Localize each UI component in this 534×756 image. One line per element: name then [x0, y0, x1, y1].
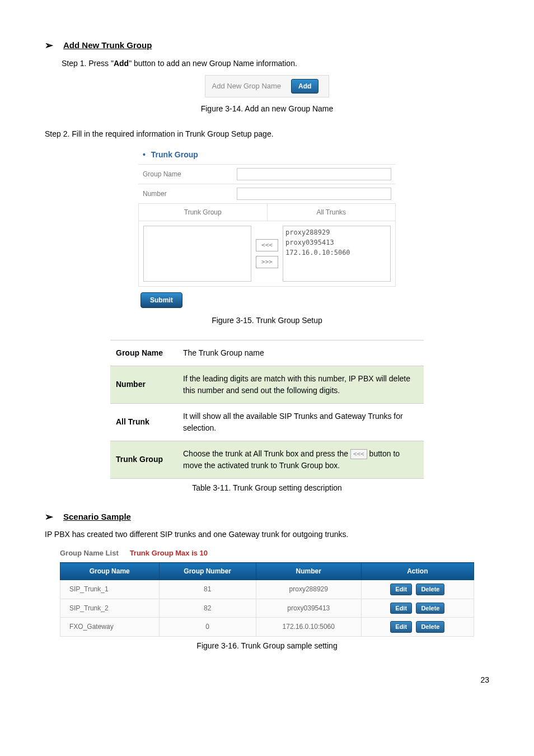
- number-label: Number: [143, 189, 232, 199]
- figure-caption-316: Figure 3-16. Trunk Group sample setting: [45, 640, 489, 652]
- move-left-button[interactable]: <<<: [256, 239, 278, 251]
- bullet-icon: •: [143, 150, 146, 159]
- edit-button[interactable]: Edit: [390, 603, 412, 614]
- edit-button[interactable]: Edit: [390, 584, 412, 595]
- cell-action: Edit Delete: [361, 580, 474, 599]
- submit-button[interactable]: Submit: [140, 292, 182, 308]
- all-trunks-col-header: All Trunks: [268, 204, 396, 221]
- group-name-input[interactable]: [237, 168, 391, 180]
- panel-title: • Trunk Group: [138, 146, 396, 164]
- col-header-name: Group Name: [60, 563, 160, 580]
- page-number: 23: [45, 674, 489, 686]
- cell-number: 172.16.0.10:5060: [256, 618, 361, 637]
- number-input[interactable]: [237, 188, 391, 200]
- col-header-action: Action: [361, 563, 474, 580]
- trunk-group-col-header: Trunk Group: [139, 204, 268, 221]
- figure-caption-315: Figure 3-15. Trunk Group Setup: [45, 315, 489, 326]
- bullet-arrow-icon: ➢: [45, 40, 53, 50]
- section-heading: ➢ Add New Trunk Group: [45, 39, 489, 52]
- description-table: Group Name The Trunk Group name Number I…: [110, 340, 424, 479]
- cell-action: Edit Delete: [361, 618, 474, 637]
- delete-button[interactable]: Delete: [416, 584, 444, 595]
- cell-group-number: 0: [159, 618, 256, 637]
- desc-key: Number: [110, 366, 177, 403]
- desc-value: Choose the trunk at All Trunk box and pr…: [177, 441, 424, 478]
- delete-button[interactable]: Delete: [416, 621, 444, 633]
- table-row: Group Name The Trunk Group name: [110, 340, 424, 366]
- cell-number: proxy288929: [256, 580, 361, 599]
- group-list-title: Group Name List Trunk Group Max is 10: [60, 545, 474, 562]
- list-item[interactable]: 172.16.0.10:5060: [285, 248, 388, 258]
- add-button[interactable]: Add: [291, 79, 318, 94]
- move-right-button[interactable]: >>>: [256, 256, 278, 268]
- inline-move-left-icon: <<<: [350, 449, 367, 460]
- table-row: FXO_Gateway 0 172.16.0.10:5060 Edit Dele…: [60, 618, 474, 637]
- trunk-group-listbox[interactable]: [143, 226, 251, 282]
- desc-key: Trunk Group: [110, 441, 177, 478]
- list-item[interactable]: proxy0395413: [285, 237, 388, 248]
- heading-text: Scenario Sample: [63, 511, 131, 524]
- col-header-group-number: Group Number: [159, 563, 256, 580]
- cell-group-number: 81: [159, 580, 256, 599]
- trunk-group-panel: • Trunk Group Group Name Number Trunk Gr…: [138, 146, 396, 310]
- step1-text: Step 1. Press "Add" button to add an new…: [62, 58, 489, 69]
- cell-action: Edit Delete: [361, 599, 474, 618]
- heading-text: Add New Trunk Group: [63, 39, 152, 52]
- list-item[interactable]: proxy288929: [285, 227, 388, 237]
- step2-text: Step 2. Fill in the required information…: [45, 128, 489, 140]
- add-bar-label: Add New Grop Name: [212, 81, 282, 92]
- table-row: Trunk Group Choose the trunk at All Trun…: [110, 441, 424, 478]
- cell-group-number: 82: [159, 599, 256, 618]
- transfer-headers: Trunk Group All Trunks: [138, 203, 396, 221]
- cell-name: SIP_Trunk_1: [60, 580, 160, 599]
- add-name-bar: Add New Grop Name Add: [205, 75, 330, 97]
- edit-button[interactable]: Edit: [390, 621, 412, 633]
- desc-value: It will show all the available SIP Trunk…: [177, 403, 424, 441]
- table-row: SIP_Trunk_2 82 proxy0395413 Edit Delete: [60, 599, 474, 618]
- desc-value: The Trunk Group name: [177, 340, 424, 366]
- table-row: SIP_Trunk_1 81 proxy288929 Edit Delete: [60, 580, 474, 599]
- figure-caption-314: Figure 3-14. Add an new Group Name: [45, 103, 489, 115]
- desc-key: All Trunk: [110, 403, 177, 441]
- table-row: Number If the leading digits are match w…: [110, 366, 424, 403]
- cell-number: proxy0395413: [256, 599, 361, 618]
- group-name-label: Group Name: [143, 169, 232, 179]
- desc-value: If the leading digits are match with thi…: [177, 366, 424, 403]
- group-name-list-table: Group Name Group Number Number Action SI…: [60, 562, 474, 637]
- cell-name: SIP_Trunk_2: [60, 599, 160, 618]
- desc-key: Group Name: [110, 340, 177, 366]
- delete-button[interactable]: Delete: [416, 603, 444, 614]
- scenario-intro: IP PBX has created two different SIP tru…: [45, 529, 489, 540]
- bullet-arrow-icon: ➢: [45, 512, 53, 522]
- all-trunks-listbox[interactable]: proxy288929 proxy0395413 172.16.0.10:506…: [283, 226, 391, 282]
- section-heading: ➢ Scenario Sample: [45, 511, 489, 524]
- table-caption-311: Table 3-11. Trunk Group setting descript…: [45, 482, 489, 494]
- col-header-number: Number: [256, 563, 361, 580]
- table-row: All Trunk It will show all the available…: [110, 403, 424, 441]
- cell-name: FXO_Gateway: [60, 618, 160, 637]
